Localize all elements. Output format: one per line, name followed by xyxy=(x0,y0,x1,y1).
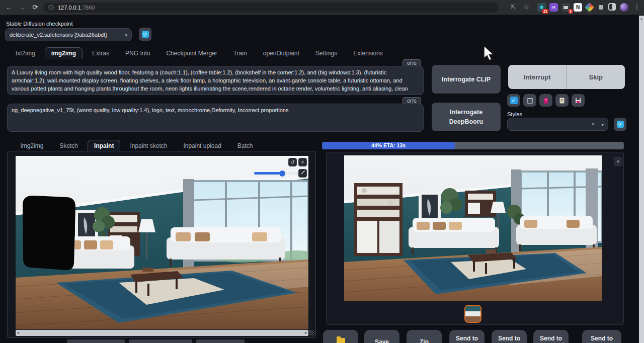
copy-to-button[interactable] xyxy=(67,339,125,343)
extension-ia-icon[interactable]: IA xyxy=(549,3,558,12)
brush-color-icon[interactable] xyxy=(298,169,307,178)
refresh-checkpoints-button[interactable]: ⟳ xyxy=(139,28,151,41)
save-floppy-icon xyxy=(575,97,582,104)
chrome-menu-icon[interactable]: ⋮ xyxy=(632,2,642,12)
reload-icon[interactable]: ⟳ xyxy=(30,2,40,12)
scroll-left-icon[interactable]: ◄ xyxy=(16,330,21,336)
skip-button[interactable]: Skip xyxy=(567,65,625,89)
extension-diamond-icon[interactable] xyxy=(585,3,594,12)
tab-batch[interactable]: Batch xyxy=(231,140,260,152)
clear-prompt-button[interactable] xyxy=(523,94,536,107)
canvas-resize-grip[interactable] xyxy=(309,330,314,335)
brush-size-slider[interactable] xyxy=(254,172,302,175)
result-preview-image[interactable] xyxy=(344,155,602,301)
extension-notion-icon[interactable]: N xyxy=(574,3,582,12)
interrupt-skip-group: Interrupt Skip xyxy=(508,65,625,89)
share-icon[interactable]: ⇱ xyxy=(508,2,518,12)
close-preview-icon[interactable]: × xyxy=(614,157,622,166)
mouse-cursor xyxy=(482,45,497,62)
checkpoint-value: deliberate_v2.safetensors [9aba26abdf] xyxy=(10,32,107,38)
brush-slider-fill xyxy=(254,172,281,175)
negative-prompt-input[interactable]: ng_deepnegative_v1_75t, (worst quality, … xyxy=(7,104,424,132)
styles-dropdown[interactable]: × ▾ xyxy=(507,118,608,131)
bookmark-star-icon[interactable]: ☆ xyxy=(521,2,531,12)
styles-label: Styles xyxy=(507,111,522,117)
tab-png-info[interactable]: PNG Info xyxy=(119,47,156,59)
chevron-down-icon[interactable]: ▾ xyxy=(601,122,604,127)
undo-brush-icon[interactable]: ↺ xyxy=(288,158,297,166)
folder-icon xyxy=(337,338,345,343)
tab-inpaint-sketch[interactable]: Inpaint sketch xyxy=(123,140,174,152)
interrogate-clip-button[interactable]: Interrogate CLIP xyxy=(432,65,501,94)
extension-badge: 3 xyxy=(569,9,573,14)
zip-label: Zip xyxy=(407,330,442,343)
back-icon[interactable]: ← xyxy=(4,2,14,12)
palette-icon xyxy=(542,97,549,104)
prompt-input[interactable]: A Luxury living room with high quality w… xyxy=(7,66,424,95)
tab-extras[interactable]: Extras xyxy=(86,47,116,59)
extra-networks-button[interactable] xyxy=(539,94,552,107)
page-scrollbar[interactable]: ▲ xyxy=(639,16,644,343)
tab-txt2img[interactable]: txt2img xyxy=(9,47,42,59)
send-to-label: Send to xyxy=(492,330,527,342)
scroll-right-icon[interactable]: ► xyxy=(303,330,308,336)
tab-inpaint[interactable]: Inpaint xyxy=(88,140,120,152)
send-to-img2img-button[interactable]: Send to xyxy=(449,330,485,343)
prompt-tools: ↙ xyxy=(507,94,585,107)
paste-params-button[interactable]: ↙ xyxy=(507,94,520,107)
apply-styles-button[interactable] xyxy=(555,94,569,107)
main-tab-bar: txt2img img2img Extras PNG Info Checkpoi… xyxy=(9,47,389,59)
brush-slider-thumb[interactable] xyxy=(279,170,285,177)
tab-sketch[interactable]: Sketch xyxy=(53,140,85,152)
copy-to-button[interactable] xyxy=(196,339,245,343)
save-style-button[interactable] xyxy=(572,94,585,107)
url-bar[interactable]: ⓘ127.0.0.1:7860 xyxy=(43,3,499,13)
save-button[interactable]: Save xyxy=(364,330,399,343)
send-to-extras-button[interactable]: Send to xyxy=(582,330,621,343)
tab-openoutpaint[interactable]: openOutpaint xyxy=(257,47,306,59)
url-host: 127.0.0.1 xyxy=(58,5,81,11)
interrupt-button[interactable]: Interrupt xyxy=(508,65,567,89)
clear-styles-icon[interactable]: × xyxy=(592,121,595,127)
progress-fill: 44% ETA: 13s xyxy=(322,142,455,149)
paste-icon: ↙ xyxy=(510,97,518,104)
tab-settings[interactable]: Settings xyxy=(309,47,344,59)
gallery-thumbnail-selected[interactable] xyxy=(464,305,481,323)
extensions-puzzle-icon[interactable] xyxy=(597,3,605,12)
generation-progressbar: 44% ETA: 13s xyxy=(322,142,624,149)
copy-to-button[interactable] xyxy=(129,339,192,343)
open-folder-button[interactable] xyxy=(323,330,358,343)
refresh-icon: ⟳ xyxy=(142,31,149,38)
trash-icon xyxy=(527,97,533,104)
extension-tasks-icon[interactable]: 3 xyxy=(561,3,570,12)
app-window: ← → ⟳ ⓘ127.0.0.1:7860 ⇱ ☆ 21 IA 3 N ⋮ ▲ … xyxy=(0,0,644,343)
send-to-label: Send to xyxy=(449,330,485,342)
interrogate-deepbooru-button[interactable]: Interrogate DeepBooru xyxy=(432,103,501,131)
extension-badge: 21 xyxy=(542,9,548,14)
browser-toolbar: ← → ⟳ ⓘ127.0.0.1:7860 ⇱ ☆ 21 IA 3 N ⋮ xyxy=(0,0,644,15)
clipboard-icon xyxy=(559,97,565,104)
sidepanel-icon[interactable] xyxy=(608,3,616,11)
img2img-tab-bar: img2img Sketch Inpaint Inpaint sketch In… xyxy=(14,140,260,152)
tab-img2img-mode[interactable]: img2img xyxy=(14,140,50,152)
site-info-icon[interactable]: ⓘ xyxy=(48,5,54,11)
scroll-up-icon[interactable]: ▲ xyxy=(639,16,644,22)
tab-checkpoint-merger[interactable]: Checkpoint Merger xyxy=(159,47,223,59)
refresh-styles-button[interactable]: ⟳ xyxy=(614,118,626,131)
inpaint-canvas-image[interactable] xyxy=(16,156,308,329)
forward-icon[interactable]: → xyxy=(17,2,27,12)
tab-extensions[interactable]: Extensions xyxy=(347,47,389,59)
tab-train[interactable]: Train xyxy=(227,47,254,59)
checkpoint-dropdown[interactable]: deliberate_v2.safetensors [9aba26abdf] ▾ xyxy=(5,28,132,41)
checkpoint-label: Stable Diffusion checkpoint xyxy=(6,21,73,27)
send-to-label: Send to xyxy=(533,330,569,342)
tab-img2img[interactable]: img2img xyxy=(45,47,83,59)
send-to-sketch-button[interactable]: Send to xyxy=(492,330,527,343)
profile-avatar[interactable] xyxy=(620,3,628,12)
extension-timer-icon[interactable]: 21 xyxy=(537,3,546,12)
send-to-inpaint-button[interactable]: Send to xyxy=(533,330,569,343)
canvas-horizontal-scrollbar[interactable]: ◄ ► xyxy=(16,330,308,336)
zip-button[interactable]: Zip xyxy=(407,330,442,343)
tab-inpaint-upload[interactable]: Inpaint upload xyxy=(177,140,227,152)
clear-mask-icon[interactable]: × xyxy=(298,158,307,166)
